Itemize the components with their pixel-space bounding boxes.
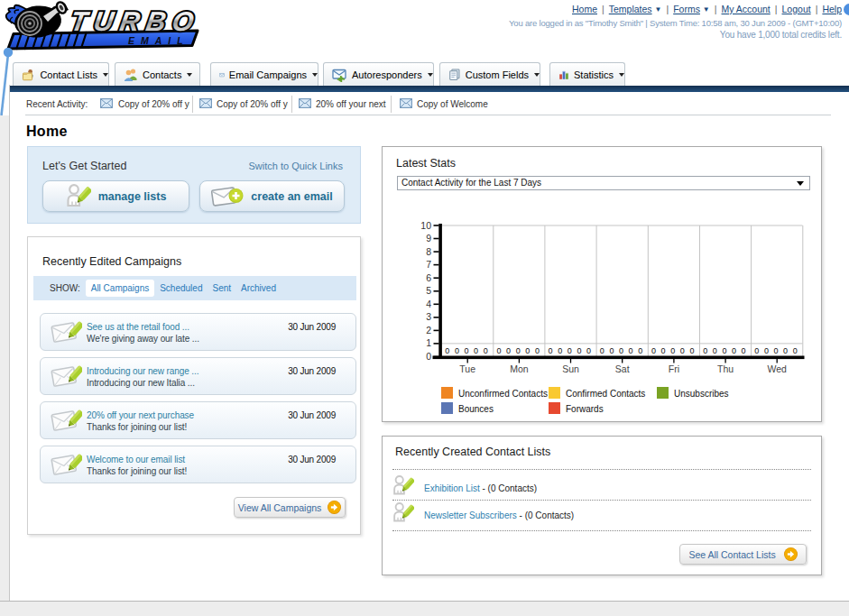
svg-text:8: 8 — [426, 246, 431, 257]
svg-text:0: 0 — [783, 346, 788, 355]
svg-text:0: 0 — [689, 346, 694, 355]
svg-text:0: 0 — [680, 346, 685, 355]
svg-text:9: 9 — [426, 233, 431, 244]
svg-text:0: 0 — [549, 346, 553, 355]
svg-text:0: 0 — [638, 346, 642, 355]
svg-text:EMAIL: EMAIL — [128, 35, 189, 46]
svg-text:0: 0 — [558, 346, 562, 355]
svg-text:0: 0 — [464, 346, 468, 355]
svg-text:0: 0 — [651, 346, 656, 355]
svg-text:Tue: Tue — [459, 363, 475, 374]
svg-text:0: 0 — [535, 346, 540, 355]
svg-text:0: 0 — [754, 346, 759, 355]
svg-text:0: 0 — [426, 351, 431, 362]
svg-text:Mon: Mon — [510, 363, 529, 374]
svg-text:0: 0 — [506, 346, 511, 355]
svg-text:0: 0 — [474, 346, 478, 355]
svg-text:0: 0 — [455, 346, 459, 355]
svg-text:3: 3 — [426, 311, 431, 322]
svg-text:0: 0 — [773, 346, 778, 355]
svg-text:0: 0 — [742, 346, 746, 355]
svg-text:1: 1 — [426, 337, 431, 348]
svg-text:4: 4 — [426, 299, 431, 309]
svg-text:0: 0 — [629, 346, 633, 355]
svg-text:2: 2 — [426, 325, 431, 336]
svg-text:0: 0 — [732, 346, 736, 355]
svg-text:0: 0 — [525, 346, 530, 355]
svg-text:0: 0 — [600, 346, 604, 355]
svg-text:0: 0 — [670, 346, 675, 355]
svg-text:0: 0 — [516, 346, 521, 355]
svg-text:Sun: Sun — [562, 363, 579, 374]
svg-text:0: 0 — [577, 346, 581, 355]
svg-text:5: 5 — [426, 285, 431, 296]
svg-text:Thu: Thu — [717, 363, 734, 374]
svg-text:0: 0 — [713, 346, 717, 355]
svg-text:6: 6 — [426, 272, 431, 283]
svg-text:Wed: Wed — [767, 363, 787, 374]
svg-text:0: 0 — [484, 346, 488, 355]
svg-text:10: 10 — [420, 220, 431, 231]
svg-text:0: 0 — [496, 346, 501, 355]
svg-text:0: 0 — [722, 346, 726, 355]
svg-text:0: 0 — [703, 346, 707, 355]
svg-text:0: 0 — [445, 346, 449, 355]
svg-text:0: 0 — [764, 346, 769, 355]
svg-text:0: 0 — [793, 346, 798, 355]
svg-text:Fri: Fri — [669, 363, 679, 374]
svg-text:0: 0 — [586, 346, 591, 355]
svg-text:0: 0 — [619, 346, 623, 355]
svg-text:0: 0 — [609, 346, 614, 355]
svg-text:0: 0 — [568, 346, 572, 355]
svg-text:7: 7 — [426, 259, 431, 270]
svg-text:Sat: Sat — [615, 363, 630, 374]
svg-text:0: 0 — [661, 346, 666, 355]
